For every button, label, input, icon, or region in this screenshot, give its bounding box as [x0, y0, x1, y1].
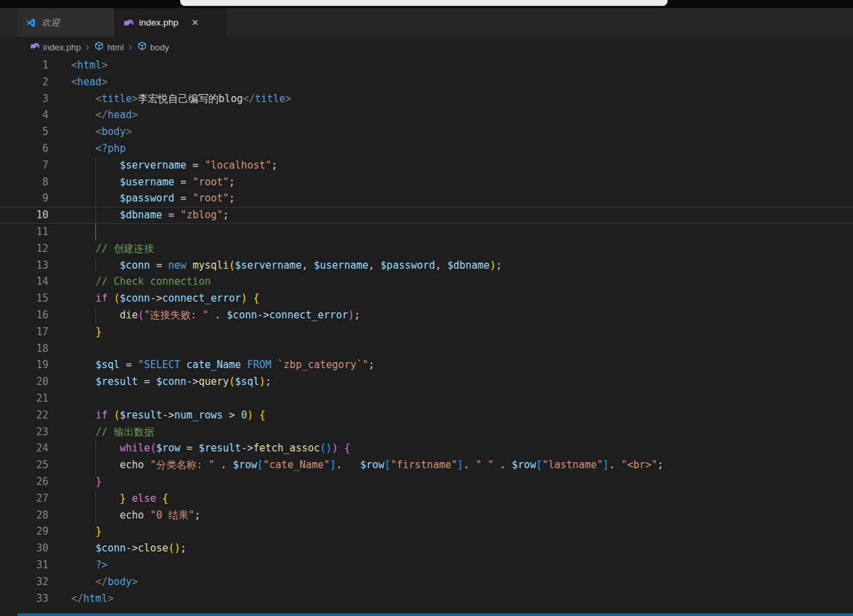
code-text[interactable]: </head>	[71, 107, 138, 124]
indent-guide	[95, 307, 96, 324]
line-number: 18	[0, 341, 48, 357]
code-line[interactable]: 23 // 输出数据	[0, 424, 853, 441]
breadcrumb-item-file[interactable]: index.php	[30, 41, 81, 53]
code-line[interactable]: 16 die("连接失败: " . $conn->connect_error);	[0, 307, 853, 324]
line-number: 2	[0, 74, 48, 91]
indent-guide	[95, 490, 96, 507]
line-number: 6	[0, 140, 48, 157]
line-number: 15	[0, 290, 48, 307]
symbol-cube-icon	[94, 41, 104, 53]
tab-index-php[interactable]: index.php ×	[115, 8, 226, 37]
indent-guide	[95, 257, 96, 274]
line-number: 3	[0, 91, 48, 107]
php-icon	[123, 17, 134, 28]
code-text[interactable]: }	[71, 324, 101, 341]
command-center[interactable]	[180, 0, 668, 6]
code-line[interactable]: 27 } else {	[0, 490, 853, 507]
close-icon[interactable]: ×	[192, 17, 199, 28]
code-area[interactable]: 1<html>2<head>3 <title>李宏悦自己编写的blog</tit…	[0, 57, 853, 607]
code-line[interactable]: 2<head>	[0, 74, 853, 91]
code-text[interactable]: if ($result->num_rows > 0) {	[71, 407, 265, 424]
breadcrumb-item-html[interactable]: html	[94, 41, 124, 53]
code-line[interactable]: 12 // 创建连接	[0, 240, 853, 257]
code-text[interactable]: $servername = "localhost";	[71, 157, 277, 174]
code-line[interactable]: 32 </body>	[0, 574, 853, 590]
code-text[interactable]: <html>	[71, 57, 107, 74]
code-line[interactable]: 17 }	[0, 324, 853, 341]
code-line[interactable]: 14 // Check connection	[0, 273, 853, 290]
line-number: 10	[0, 207, 48, 224]
vscode-logo-icon	[26, 17, 36, 28]
code-line[interactable]: 28 echo "0 结果";	[0, 507, 853, 524]
line-number: 32	[0, 574, 48, 590]
indent-guide	[95, 190, 96, 207]
code-line[interactable]: 13 $conn = new mysqli($servername, $user…	[0, 257, 853, 274]
line-number: 30	[0, 540, 48, 557]
code-line[interactable]: 7 $servername = "localhost";	[0, 157, 853, 174]
code-text[interactable]: </body>	[71, 574, 138, 590]
line-number: 33	[0, 590, 48, 607]
code-line[interactable]: 4 </head>	[0, 107, 853, 124]
code-line[interactable]: 8 $username = "root";	[0, 174, 853, 191]
code-line[interactable]: 9 $password = "root";	[0, 190, 853, 207]
code-line[interactable]: 25 echo "分类名称: " . $row["cate_Name"]. $r…	[0, 457, 853, 474]
code-line[interactable]: 11	[0, 224, 853, 240]
code-text[interactable]: echo "分类名称: " . $row["cate_Name"]. $row[…	[71, 457, 664, 474]
code-text[interactable]: ?>	[71, 557, 107, 574]
code-text[interactable]: $conn->close();	[71, 540, 187, 557]
code-text[interactable]: <title>李宏悦自己编写的blog</title>	[71, 91, 291, 107]
indent-guide	[95, 224, 96, 240]
code-line[interactable]: 21	[0, 390, 853, 407]
code-text[interactable]: <?php	[71, 140, 126, 157]
line-number: 13	[0, 257, 48, 274]
line-number: 31	[0, 557, 48, 574]
code-text[interactable]: // 输出数据	[71, 424, 154, 441]
code-line[interactable]: 19 $sql = "SELECT cate_Name FROM `zbp_ca…	[0, 357, 853, 373]
code-text[interactable]: }	[71, 523, 101, 540]
code-text[interactable]: die("连接失败: " . $conn->connect_error);	[71, 307, 360, 324]
indent-guide	[95, 174, 96, 191]
breadcrumb-label: body	[150, 42, 169, 52]
code-line[interactable]: 20 $result = $conn->query($sql);	[0, 373, 853, 390]
tab-bar: 欢迎 index.php ×	[0, 8, 853, 37]
code-text[interactable]: if ($conn->connect_error) {	[71, 290, 259, 307]
code-text[interactable]: echo "0 结果";	[71, 507, 201, 524]
code-text[interactable]: $conn = new mysqli($servername, $usernam…	[71, 257, 502, 274]
code-text[interactable]: }	[71, 474, 101, 490]
line-number: 25	[0, 457, 48, 474]
line-number: 8	[0, 174, 48, 191]
code-text[interactable]: // Check connection	[71, 273, 211, 290]
code-line[interactable]: 22 if ($result->num_rows > 0) {	[0, 407, 853, 424]
code-line[interactable]: 5 <body>	[0, 124, 853, 140]
code-line[interactable]: 3 <title>李宏悦自己编写的blog</title>	[0, 91, 853, 107]
code-text[interactable]: <body>	[71, 124, 132, 140]
code-text[interactable]: <head>	[71, 74, 107, 91]
code-line[interactable]: 15 if ($conn->connect_error) {	[0, 290, 853, 307]
code-line[interactable]: 29 }	[0, 523, 853, 540]
code-text[interactable]: $sql = "SELECT cate_Name FROM `zbp_categ…	[71, 357, 375, 373]
line-number: 21	[0, 390, 48, 407]
tab-welcome[interactable]: 欢迎	[17, 8, 115, 37]
code-line[interactable]: 18	[0, 341, 853, 357]
code-text[interactable]: } else {	[71, 490, 169, 507]
code-line[interactable]: 24 while($row = $result->fetch_assoc()) …	[0, 440, 853, 457]
code-line[interactable]: 10 $dbname = "zblog";	[0, 207, 853, 224]
code-line[interactable]: 1<html>	[0, 57, 853, 74]
code-line[interactable]: 33</html>	[0, 590, 853, 607]
code-text[interactable]: // 创建连接	[71, 240, 154, 257]
code-line[interactable]: 26 }	[0, 474, 853, 490]
code-text[interactable]: </html>	[71, 590, 114, 607]
code-text[interactable]: while($row = $result->fetch_assoc()) {	[71, 440, 350, 457]
status-bar[interactable]	[17, 613, 853, 616]
line-number: 7	[0, 157, 48, 174]
php-icon	[30, 41, 40, 53]
line-number: 14	[0, 273, 48, 290]
code-text[interactable]: $result = $conn->query($sql);	[71, 373, 271, 390]
line-number: 26	[0, 474, 48, 490]
indent-guide	[95, 157, 96, 174]
code-line[interactable]: 30 $conn->close();	[0, 540, 853, 557]
breadcrumb-item-body[interactable]: body	[137, 41, 169, 53]
code-line[interactable]: 31 ?>	[0, 557, 853, 574]
code-line[interactable]: 6 <?php	[0, 140, 853, 157]
line-number: 28	[0, 507, 48, 524]
